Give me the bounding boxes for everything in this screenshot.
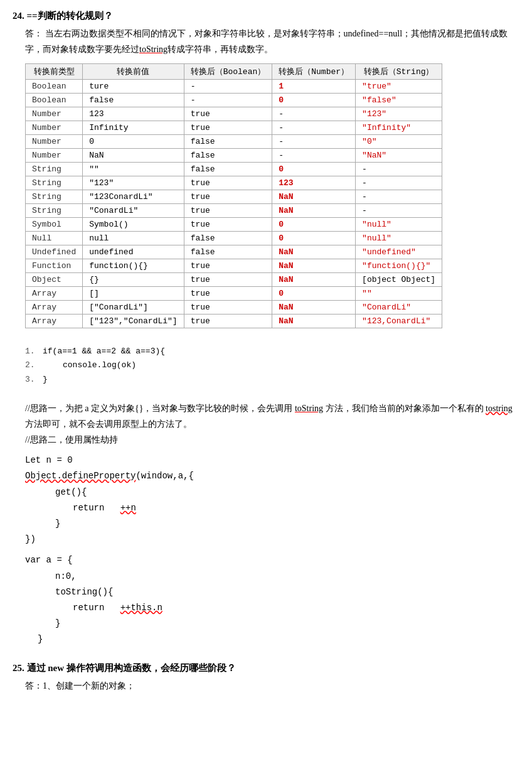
q25-section: 25. 通过 new 操作符调用构造函数，会经历哪些阶段？ 答：1、创建一个新的… [13,662,519,694]
q25-answer: 答：1、创建一个新的对象； [25,678,519,694]
table-cell: true [184,204,272,218]
code-text-2: console.log(ok) [63,358,136,372]
table-body: Booleanture-1"true"Booleanfalse-0"false"… [26,80,442,328]
table-row: Array[]true0"" [26,287,442,301]
table-cell: - [184,94,272,107]
table-cell: NaN [272,259,356,273]
table-cell: - [272,121,356,135]
table-cell: [object Object] [356,273,442,287]
table-cell: undefined [83,245,184,259]
table-cell: NaN [83,149,184,163]
table-cell: - [356,163,442,176]
table-cell: "ConardLi" [83,204,184,218]
table-row: String"123ConardLi"trueNaN- [26,190,442,204]
table-cell: Symbol [26,218,83,232]
table-cell: Number [26,149,83,163]
table-row: Nullnullfalse0"null" [26,232,442,245]
table-cell: "123ConardLi" [83,190,184,204]
table-row: Object{}trueNaN[object Object] [26,273,442,287]
table-cell: Function [26,259,83,273]
table-cell: "123,ConardLi" [356,315,442,328]
table-cell: function(){} [83,259,184,273]
col-header-before-val: 转换前值 [83,64,184,80]
table-cell: false [184,232,272,245]
code-line-3: 3. } [25,373,519,387]
table-cell: 1 [272,80,356,94]
table-cell: Boolean [26,80,83,94]
table-cell: 123 [83,107,184,121]
table-row: Array["ConardLi"]trueNaN"ConardLi" [26,301,442,315]
table-cell: 0 [272,287,356,301]
table-row: String"123"true123- [26,176,442,190]
table-cell: - [272,135,356,149]
col-header-boolean: 转换后（Boolean） [184,64,272,80]
code-close-toString: } [55,616,519,632]
table-cell: - [272,107,356,121]
table-row: Array["123","ConardLi"]trueNaN"123,Conar… [26,315,442,328]
table-cell: "null" [356,218,442,232]
table-cell: Object [26,273,83,287]
table-cell: "Infinity" [356,121,442,135]
code-close-var-a: } [38,632,519,647]
table-cell: "" [83,163,184,176]
table-cell: NaN [272,273,356,287]
table-row: String"ConardLi"trueNaN- [26,204,442,218]
table-cell: true [184,121,272,135]
table-cell: NaN [272,315,356,328]
table-cell: Array [26,287,83,301]
code-toString-method: toString(){ [55,584,519,600]
table-cell: true [184,287,272,301]
table-cell: - [356,190,442,204]
table-cell: String [26,163,83,176]
table-cell: NaN [272,301,356,315]
q24-answer-cont: 转成字符串，再转成数字。 [168,45,273,54]
table-row: UndefinedundefinedfalseNaN"undefined" [26,245,442,259]
table-cell: - [272,149,356,163]
table-cell: String [26,190,83,204]
table-cell: "0" [356,135,442,149]
code-block-if: 1. if(a==1 && a==2 && a==3){ 2. console.… [25,345,519,386]
table-cell: "undefined" [356,245,442,259]
table-cell: 0 [272,94,356,107]
table-cell: false [184,135,272,149]
line-num-1: 1. [25,345,43,358]
q24-answer-intro-para: 答： 当左右两边数据类型不相同的情况下，对象和字符串比较，是对象转字符串；und… [25,26,519,57]
solution-block: //思路一，为把 a 定义为对象{}，当对象与数字比较的时候，会先调用 toSt… [25,401,519,648]
q24-title: 24. ==判断的转化规则？ [13,10,519,22]
table-cell: ["123","ConardLi"] [83,315,184,328]
table-cell: 0 [272,163,356,176]
code-n-prop: n:0, [55,569,519,584]
table-cell: NaN [272,245,356,259]
table-cell: true [184,107,272,121]
table-cell: Number [26,121,83,135]
table-cell: "function(){}" [356,259,442,273]
table-cell: NaN [272,190,356,204]
table-cell: true [184,273,272,287]
table-row: Booleanfalse-0"false" [26,94,442,107]
table-cell: null [83,232,184,245]
code-line-1: 1. if(a==1 && a==2 && a==3){ [25,345,519,358]
table-cell: {} [83,273,184,287]
code-text-1: if(a==1 && a==2 && a==3){ [43,345,165,358]
table-cell: "" [356,287,442,301]
table-cell: [] [83,287,184,301]
table-cell: Number [26,107,83,121]
table-cell: 0 [272,218,356,232]
table-cell: 0 [272,232,356,245]
table-cell: true [184,315,272,328]
table-cell: "null" [356,232,442,245]
q24-table-wrapper: 转换前类型 转换前值 转换后（Boolean） 转换后（Number） 转换后（… [13,63,519,328]
code-return-this-n: return ++this.n [73,600,519,616]
table-cell: false [83,94,184,107]
table-cell: "ConardLi" [356,301,442,315]
code-define-prop: Object.defineProperty(window,a,{ [25,468,519,484]
table-row: Functionfunction(){}trueNaN"function(){}… [26,259,442,273]
table-cell: false [184,149,272,163]
code-close-define: }) [25,532,519,547]
table-row: Number123true-"123" [26,107,442,121]
table-cell: - [356,204,442,218]
code-var-a: var a = { [25,552,519,568]
col-header-type: 转换前类型 [26,64,83,80]
table-cell: "false" [356,94,442,107]
table-cell: Number [26,135,83,149]
